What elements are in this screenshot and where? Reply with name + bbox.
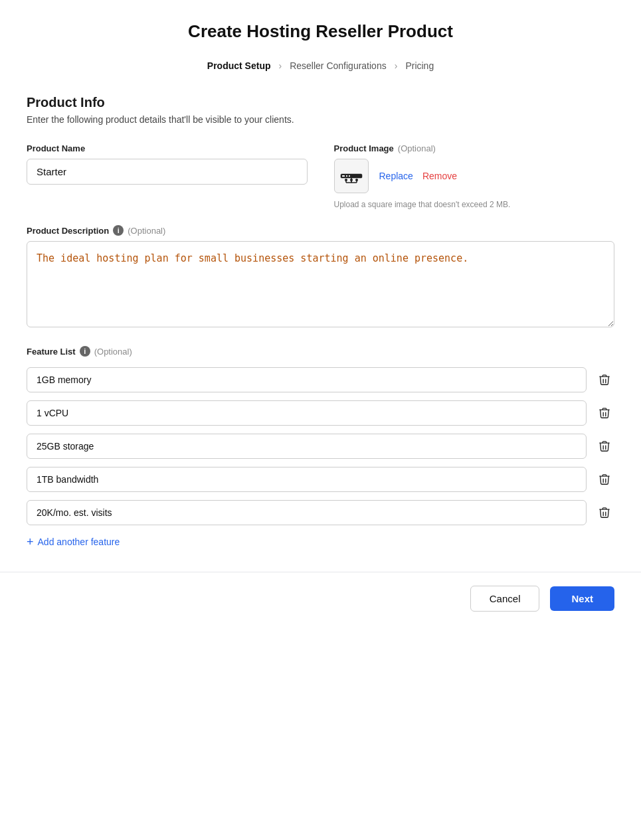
feature-item-row — [27, 400, 614, 426]
add-feature-button[interactable]: + Add another feature — [27, 533, 120, 550]
product-info-section: Product Info Enter the following product… — [27, 95, 614, 125]
feature-list-optional: (Optional) — [94, 347, 132, 357]
step-product-setup: Product Setup — [207, 60, 271, 71]
product-name-input[interactable] — [27, 159, 308, 185]
section-subtitle: Enter the following product details that… — [27, 114, 614, 125]
description-info-icon: i — [113, 225, 124, 236]
feature-list-info-icon: i — [80, 346, 90, 357]
feature-input-2[interactable] — [27, 434, 587, 459]
network-icon — [339, 168, 363, 184]
feature-list-label: Feature List — [27, 347, 76, 357]
trash-icon — [598, 473, 610, 485]
svg-rect-2 — [342, 175, 345, 177]
product-image-actions: Replace Remove — [379, 171, 458, 181]
trash-icon — [598, 374, 610, 386]
feature-input-4[interactable] — [27, 500, 587, 525]
trash-icon — [598, 507, 610, 519]
steps-nav: Product Setup › Reseller Configurations … — [27, 60, 614, 71]
step-arrow-1: › — [279, 60, 282, 71]
delete-feature-button-3[interactable] — [595, 469, 614, 489]
page-title: Create Hosting Reseller Product — [27, 21, 614, 42]
add-feature-label: Add another feature — [38, 537, 120, 547]
product-image-thumb — [334, 159, 369, 193]
image-hint: Upload a square image that doesn't excee… — [334, 200, 615, 209]
product-image-label: Product Image — [334, 143, 394, 153]
feature-input-0[interactable] — [27, 367, 587, 392]
footer-actions: Cancel Next — [0, 572, 641, 633]
product-image-col: Product Image (Optional) — [334, 143, 615, 209]
description-section: Product Description i (Optional) The ide… — [27, 225, 614, 330]
product-image-area: Replace Remove — [334, 159, 615, 193]
feature-list-section: Feature List i (Optional) + Add another … — [27, 346, 614, 550]
delete-feature-button-4[interactable] — [595, 503, 614, 523]
svg-rect-3 — [346, 175, 347, 177]
svg-point-11 — [350, 179, 353, 181]
description-optional: (Optional) — [128, 226, 165, 236]
svg-rect-4 — [349, 175, 350, 177]
delete-feature-button-2[interactable] — [595, 436, 614, 456]
feature-item-row — [27, 467, 614, 492]
feature-input-1[interactable] — [27, 400, 587, 426]
remove-button[interactable]: Remove — [422, 171, 457, 181]
delete-feature-button-1[interactable] — [595, 403, 614, 423]
feature-input-3[interactable] — [27, 467, 587, 492]
delete-feature-button-0[interactable] — [595, 370, 614, 390]
feature-item-row — [27, 500, 614, 525]
name-image-row: Product Name Product Image (Optional) — [27, 143, 614, 209]
trash-icon — [598, 407, 610, 419]
description-textarea[interactable]: The ideal hosting plan for small busines… — [27, 241, 614, 327]
step-arrow-2: › — [395, 60, 398, 71]
product-name-col: Product Name — [27, 143, 308, 185]
svg-point-10 — [345, 179, 347, 181]
add-feature-plus: + — [27, 536, 34, 548]
step-pricing: Pricing — [405, 60, 434, 71]
replace-button[interactable]: Replace — [379, 171, 413, 181]
trash-icon — [598, 440, 610, 452]
feature-item-row — [27, 434, 614, 459]
section-title: Product Info — [27, 95, 614, 110]
product-name-label: Product Name — [27, 143, 308, 153]
cancel-button[interactable]: Cancel — [470, 586, 540, 612]
step-reseller-configs: Reseller Configurations — [290, 60, 387, 71]
description-label: Product Description — [27, 226, 109, 236]
feature-item-row — [27, 367, 614, 392]
feature-items-container — [27, 367, 614, 525]
product-image-optional: (Optional) — [398, 143, 436, 153]
next-button[interactable]: Next — [550, 586, 614, 611]
svg-point-12 — [355, 179, 358, 181]
